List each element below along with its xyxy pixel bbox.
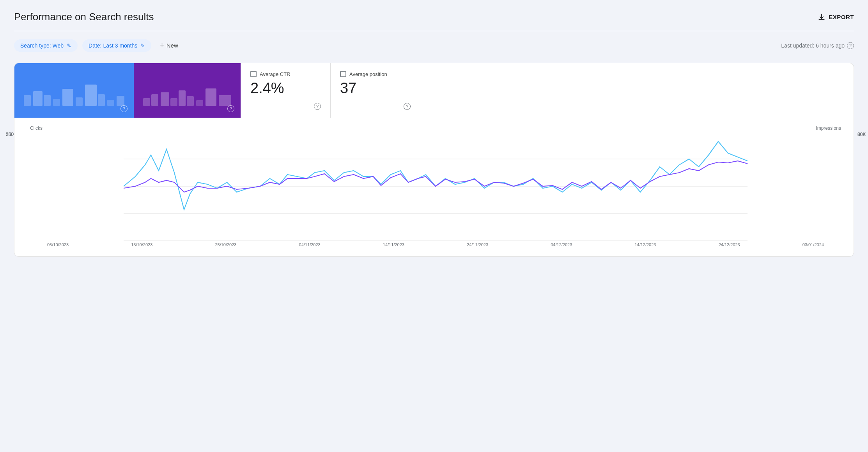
- clicks-metric-card[interactable]: ?: [14, 63, 134, 118]
- x-label-6: 04/12/2023: [551, 242, 572, 247]
- x-label-8: 24/12/2023: [719, 242, 740, 247]
- right-axis-title: Impressions: [816, 125, 841, 131]
- chart-container: Clicks Impressions 750 500 250 0 30K 20K…: [14, 118, 854, 257]
- export-icon: [818, 13, 825, 21]
- avg-position-checkbox[interactable]: [340, 71, 346, 77]
- search-type-filter[interactable]: Search type: Web ✎: [14, 39, 78, 52]
- x-label-4: 14/11/2023: [383, 242, 404, 247]
- plus-icon: +: [160, 41, 164, 49]
- avg-position-card[interactable]: Average position 37 ?: [330, 63, 420, 118]
- line-chart: [47, 132, 824, 241]
- x-label-9: 03/01/2024: [802, 242, 824, 247]
- x-label-3: 04/11/2023: [299, 242, 321, 247]
- avg-ctr-checkbox[interactable]: [250, 71, 257, 77]
- x-label-2: 25/10/2023: [215, 242, 236, 247]
- impressions-metric-card[interactable]: ?: [134, 63, 241, 118]
- search-type-edit-icon: ✎: [67, 42, 71, 49]
- x-label-0: 05/10/2023: [47, 242, 69, 247]
- clicks-mini-chart: [24, 79, 124, 106]
- date-filter[interactable]: Date: Last 3 months ✎: [82, 39, 151, 52]
- y-right-0: 0: [857, 132, 860, 137]
- last-updated-help-icon[interactable]: ?: [847, 42, 854, 49]
- new-filter-button[interactable]: + New: [156, 39, 182, 52]
- avg-ctr-label: Average CTR: [260, 71, 291, 77]
- clicks-help-icon: ?: [120, 105, 128, 112]
- impressions-line: [124, 161, 748, 192]
- avg-position-help[interactable]: ?: [404, 102, 411, 110]
- impressions-help-icon: ?: [227, 105, 234, 112]
- left-axis-title: Clicks: [30, 125, 43, 131]
- y-left-0: 0: [11, 132, 14, 137]
- export-button[interactable]: EXPORT: [818, 13, 854, 21]
- header-divider: [14, 31, 854, 31]
- last-updated: Last updated: 6 hours ago ?: [781, 42, 854, 49]
- clicks-line: [124, 141, 748, 210]
- avg-ctr-card[interactable]: Average CTR 2.4% ?: [241, 63, 330, 118]
- x-labels: 05/10/2023 15/10/2023 25/10/2023 04/11/2…: [30, 242, 841, 247]
- x-label-1: 15/10/2023: [131, 242, 152, 247]
- date-edit-icon: ✎: [140, 42, 145, 49]
- impressions-mini-chart: [143, 79, 231, 106]
- avg-position-value: 37: [340, 80, 411, 97]
- avg-position-label: Average position: [349, 71, 387, 77]
- avg-ctr-help-icon: ?: [314, 103, 321, 110]
- clicks-help[interactable]: ?: [120, 105, 128, 112]
- metrics-row: ?: [14, 63, 854, 118]
- avg-position-help-icon: ?: [404, 103, 411, 110]
- page-title: Performance on Search results: [14, 11, 154, 23]
- filter-row: Search type: Web ✎ Date: Last 3 months ✎…: [14, 39, 854, 52]
- x-label-5: 24/11/2023: [467, 242, 488, 247]
- avg-ctr-value: 2.4%: [250, 80, 321, 97]
- avg-ctr-help[interactable]: ?: [314, 102, 321, 110]
- impressions-help[interactable]: ?: [227, 105, 234, 112]
- x-label-7: 14/12/2023: [634, 242, 656, 247]
